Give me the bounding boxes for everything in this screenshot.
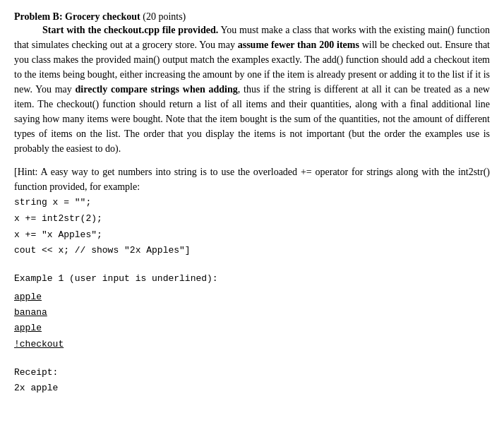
body-bold2: directly compare strings when adding <box>76 84 238 95</box>
input-apple-2: apple <box>14 321 490 336</box>
receipt-line-1: 2x apple <box>14 381 490 396</box>
input-checkout: !checkout <box>14 337 490 352</box>
problem-title: Problem B: Grocery checkout (20 points) <box>14 11 490 23</box>
code-line-2: x += int2str(2); <box>14 213 102 224</box>
code-line-3: x += "x Apples"; <box>14 229 102 240</box>
code-line-4: cout << x; // shows "2x Apples"] <box>14 245 191 256</box>
receipt-section: Receipt: 2x apple <box>14 365 490 396</box>
problem-container: Problem B: Grocery checkout (20 points) … <box>14 11 490 396</box>
input-banana: banana <box>14 305 490 321</box>
hint-text: [Hint: A easy way to get numbers into st… <box>14 167 490 192</box>
input-apple-1: apple <box>14 289 490 305</box>
problem-body: Start with the checkout.cpp file provide… <box>14 23 490 156</box>
hint-block: [Hint: A easy way to get numbers into st… <box>14 164 490 258</box>
problem-subtitle: Start with the checkout.cpp file provide… <box>42 25 218 35</box>
problem-points: (20 points) <box>140 11 186 22</box>
receipt-label: Receipt: <box>14 365 490 381</box>
problem-title-text: Problem B: Grocery checkout <box>14 11 140 22</box>
example1-title: Example 1 (user input is underlined): <box>14 271 490 287</box>
example1-section: Example 1 (user input is underlined): ap… <box>14 271 490 352</box>
code-line-1: string x = ""; <box>14 197 91 208</box>
body-bold1: assume fewer than 200 items <box>238 40 359 50</box>
